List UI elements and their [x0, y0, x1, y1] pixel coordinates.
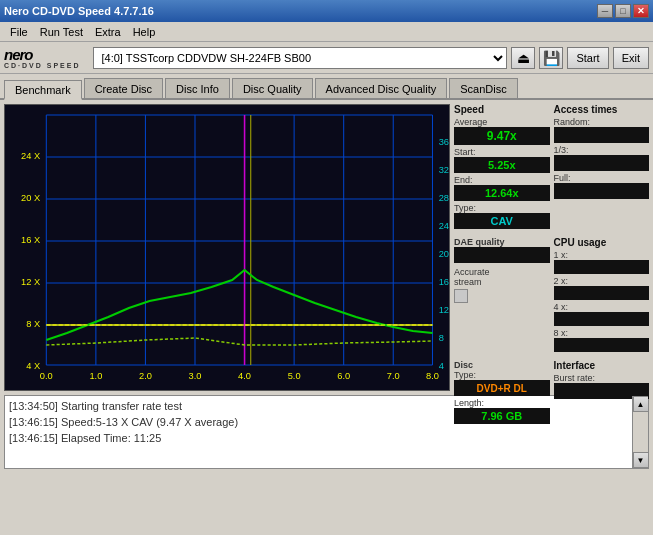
access-title: Access times — [554, 104, 650, 115]
cpu-section: CPU usage 1 x: 2 x: 4 x: 8 x: — [554, 237, 650, 352]
log-scrollbar: ▲ ▼ — [632, 396, 648, 468]
svg-text:8 X: 8 X — [26, 319, 40, 329]
speed-type-label: Type: — [454, 203, 550, 213]
accurate-stream-checkbox[interactable] — [454, 289, 468, 303]
minimize-button[interactable]: ─ — [597, 4, 613, 18]
svg-text:16 X: 16 X — [21, 235, 40, 245]
window-controls: ─ □ ✕ — [597, 4, 649, 18]
svg-text:12: 12 — [439, 305, 449, 315]
tab-scan-disc[interactable]: ScanDisc — [449, 78, 517, 98]
save-button[interactable]: 💾 — [539, 47, 563, 69]
menu-extra[interactable]: Extra — [89, 24, 127, 40]
tab-advanced-disc-quality[interactable]: Advanced Disc Quality — [315, 78, 448, 98]
scroll-up-button[interactable]: ▲ — [633, 396, 649, 412]
logo: nero CD·DVD SPEED — [4, 47, 81, 69]
speed-title: Speed — [454, 104, 550, 115]
dae-section: DAE quality Accurate stream — [454, 237, 550, 352]
dae-accurate-label: Accurate — [454, 267, 550, 277]
interface-title: Interface — [554, 360, 650, 371]
speed-average-label: Average — [454, 117, 550, 127]
svg-text:4 X: 4 X — [26, 361, 40, 371]
speed-start-label: Start: — [454, 147, 550, 157]
disc-type-label: Type: — [454, 370, 550, 380]
log-area: [13:34:50] Starting transfer rate test [… — [4, 395, 649, 469]
dae-stream-label: stream — [454, 277, 550, 287]
svg-text:32: 32 — [439, 165, 449, 175]
speed-end-value: 12.64x — [454, 185, 550, 201]
svg-text:20 X: 20 X — [21, 193, 40, 203]
disc-label: Disc — [454, 360, 550, 370]
svg-text:16: 16 — [439, 277, 449, 287]
menu-bar: File Run Test Extra Help — [0, 22, 653, 42]
exit-button[interactable]: Exit — [613, 47, 649, 69]
svg-text:28: 28 — [439, 193, 449, 203]
svg-text:24: 24 — [439, 221, 449, 231]
close-button[interactable]: ✕ — [633, 4, 649, 18]
dae-quality-value — [454, 247, 550, 263]
speed-access-row: Speed Average 9.47x Start: 5.25x End: 12… — [454, 104, 649, 229]
cpu-x4-label: 4 x: — [554, 302, 650, 312]
menu-run-test[interactable]: Run Test — [34, 24, 89, 40]
cpu-title: CPU usage — [554, 237, 650, 248]
tab-disc-quality[interactable]: Disc Quality — [232, 78, 313, 98]
logo-main: nero — [4, 47, 81, 62]
menu-help[interactable]: Help — [127, 24, 162, 40]
svg-text:6.0: 6.0 — [337, 371, 350, 381]
maximize-button[interactable]: □ — [615, 4, 631, 18]
dae-quality-label: DAE quality — [454, 237, 550, 247]
speed-end-label: End: — [454, 175, 550, 185]
eject-button[interactable]: ⏏ — [511, 47, 535, 69]
log-line-2: [13:46:15] Speed:5-13 X CAV (9.47 X aver… — [9, 414, 626, 430]
svg-text:0.0: 0.0 — [40, 371, 53, 381]
scroll-down-button[interactable]: ▼ — [633, 452, 649, 468]
title-bar: Nero CD-DVD Speed 4.7.7.16 ─ □ ✕ — [0, 0, 653, 22]
log-line-1: [13:34:50] Starting transfer rate test — [9, 398, 626, 414]
svg-text:2.0: 2.0 — [139, 371, 152, 381]
main-content: 4 X 8 X 12 X 16 X 20 X 24 X 4 8 12 16 20… — [0, 100, 653, 395]
svg-text:1.0: 1.0 — [89, 371, 102, 381]
svg-text:5.0: 5.0 — [288, 371, 301, 381]
tab-disc-info[interactable]: Disc Info — [165, 78, 230, 98]
log-content: [13:34:50] Starting transfer rate test [… — [5, 396, 630, 468]
svg-text:24 X: 24 X — [21, 151, 40, 161]
scroll-track[interactable] — [633, 412, 648, 452]
speed-type-value: CAV — [454, 213, 550, 229]
svg-text:4: 4 — [439, 361, 444, 371]
chart-svg: 4 X 8 X 12 X 16 X 20 X 24 X 4 8 12 16 20… — [5, 105, 449, 390]
svg-text:12 X: 12 X — [21, 277, 40, 287]
disc-type-value: DVD+R DL — [454, 380, 550, 396]
access-third-label: 1/3: — [554, 145, 650, 155]
speed-average-value: 9.47x — [454, 127, 550, 145]
app-title: Nero CD-DVD Speed 4.7.7.16 — [4, 5, 154, 17]
speed-start-value: 5.25x — [454, 157, 550, 173]
burst-rate-label: Burst rate: — [554, 373, 650, 383]
tabs-bar: Benchmark Create Disc Disc Info Disc Qua… — [0, 74, 653, 100]
svg-text:20: 20 — [439, 249, 449, 259]
speed-section: Speed Average 9.47x Start: 5.25x End: 12… — [454, 104, 550, 229]
access-third-value — [554, 155, 650, 171]
chart-area: 4 X 8 X 12 X 16 X 20 X 24 X 4 8 12 16 20… — [4, 104, 450, 391]
cpu-x1-value — [554, 260, 650, 274]
cpu-x1-label: 1 x: — [554, 250, 650, 260]
start-button[interactable]: Start — [567, 47, 608, 69]
svg-text:36: 36 — [439, 137, 449, 147]
tab-create-disc[interactable]: Create Disc — [84, 78, 163, 98]
drive-select[interactable]: [4:0] TSSTcorp CDDVDW SH-224FB SB00 — [93, 47, 508, 69]
right-panel: Speed Average 9.47x Start: 5.25x End: 12… — [454, 104, 649, 391]
menu-file[interactable]: File — [4, 24, 34, 40]
svg-text:4.0: 4.0 — [238, 371, 251, 381]
svg-text:7.0: 7.0 — [387, 371, 400, 381]
svg-rect-0 — [5, 105, 449, 390]
access-full-value — [554, 183, 650, 199]
access-full-label: Full: — [554, 173, 650, 183]
cpu-x2-label: 2 x: — [554, 276, 650, 286]
svg-text:8.0: 8.0 — [426, 371, 439, 381]
toolbar: nero CD·DVD SPEED [4:0] TSSTcorp CDDVDW … — [0, 42, 653, 74]
access-random-label: Random: — [554, 117, 650, 127]
dae-cpu-row: DAE quality Accurate stream CPU usage 1 … — [454, 237, 649, 352]
tab-benchmark[interactable]: Benchmark — [4, 80, 82, 100]
svg-text:8: 8 — [439, 333, 444, 343]
svg-text:3.0: 3.0 — [189, 371, 202, 381]
access-section: Access times Random: 1/3: Full: — [554, 104, 650, 229]
cpu-x8-value — [554, 338, 650, 352]
